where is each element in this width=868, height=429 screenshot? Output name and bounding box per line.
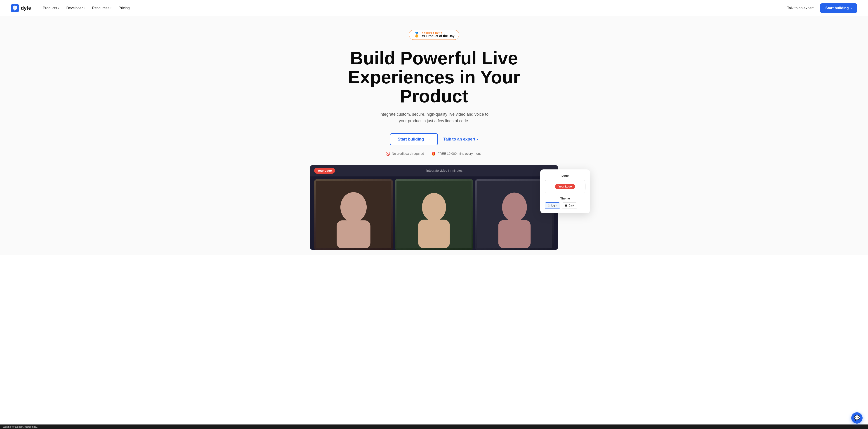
nav-links: Products ▾ Developer ▾ Resources ▾ Prici…: [40, 4, 132, 12]
product-hunt-value: #1 Product of the Day: [422, 34, 455, 38]
product-hunt-badge: 🏅 PRODUCT HUNT #1 Product of the Day: [409, 30, 459, 40]
chevron-right-icon: ›: [477, 137, 478, 142]
customizer-logo-title: Logo: [545, 174, 585, 177]
svg-point-8: [502, 193, 527, 222]
navbar: dyte Products ▾ Developer ▾ Resources ▾ …: [0, 0, 868, 16]
chat-bubble-button[interactable]: 💬: [851, 412, 863, 424]
demo-video-card: Your Logo Integrate video in minutes: [310, 165, 558, 250]
theme-option-light[interactable]: Light: [545, 202, 560, 209]
arrow-right-icon: →: [426, 137, 430, 142]
svg-point-2: [340, 192, 367, 222]
demo-top-bar: Your Logo Integrate video in minutes: [310, 165, 558, 176]
medal-icon: 🏅: [414, 32, 420, 38]
svg-rect-9: [498, 220, 531, 248]
logo[interactable]: dyte: [11, 4, 31, 12]
start-building-button[interactable]: Start building ›: [820, 3, 857, 13]
logo-text: dyte: [21, 5, 31, 11]
dark-dot: [565, 204, 567, 207]
logo-preview: Your Logo: [545, 180, 585, 193]
svg-rect-6: [418, 220, 450, 249]
talk-to-expert-link[interactable]: Talk to an expert: [784, 4, 816, 12]
hero-talk-to-expert-link[interactable]: Talk to an expert ›: [443, 137, 478, 142]
chevron-down-icon: ▾: [58, 7, 59, 9]
theme-option-dark[interactable]: Dark: [562, 202, 577, 209]
demo-section: Your Logo Integrate video in minutes: [310, 165, 558, 250]
chat-icon: 💬: [854, 415, 860, 421]
video-tile-2: [395, 179, 473, 250]
gift-icon: 🎁: [431, 152, 436, 156]
nav-item-pricing[interactable]: Pricing: [116, 4, 132, 12]
svg-point-5: [422, 193, 446, 221]
light-dot: [548, 204, 550, 207]
hero-actions: Start building → Talk to an expert ›: [390, 133, 478, 145]
video-grid: [310, 176, 558, 250]
hero-section: 🏅 PRODUCT HUNT #1 Product of the Day Bui…: [0, 16, 868, 255]
nav-item-developer[interactable]: Developer ▾: [64, 4, 88, 12]
video-tile-1: [314, 179, 393, 250]
nav-item-products[interactable]: Products ▾: [40, 4, 62, 12]
perk-no-credit-card: 🚫 No credit card required: [385, 152, 424, 156]
arrow-right-icon: ›: [850, 6, 852, 10]
status-text: Waiting for api-iam.intercom.io...: [3, 425, 38, 428]
hero-subtitle: Integrate custom, secure, high-quality l…: [375, 111, 493, 124]
chevron-down-icon: ▾: [110, 7, 112, 9]
demo-center-text: Integrate video in minutes: [426, 169, 463, 172]
logo-preview-pill: Your Logo: [555, 184, 575, 189]
nav-left: dyte Products ▾ Developer ▾ Resources ▾ …: [11, 4, 132, 12]
svg-rect-3: [337, 220, 370, 248]
status-bar: Waiting for api-iam.intercom.io...: [0, 425, 868, 429]
chevron-down-icon: ▾: [84, 7, 85, 9]
hero-start-building-button[interactable]: Start building →: [390, 133, 438, 145]
nav-item-resources[interactable]: Resources ▾: [89, 4, 114, 12]
credit-card-icon: 🚫: [385, 152, 390, 156]
customizer-theme-title: Theme: [545, 197, 585, 200]
demo-logo-pill: Your Logo: [314, 168, 335, 174]
nav-right: Talk to an expert Start building ›: [784, 3, 857, 13]
product-hunt-label: PRODUCT HUNT: [422, 32, 455, 34]
hero-perks: 🚫 No credit card required 🎁 FREE 10,000 …: [385, 152, 483, 156]
theme-options: Light Dark: [545, 202, 585, 209]
perk-free-mins: 🎁 FREE 10,000 mins every month: [431, 152, 483, 156]
hero-title: Build Powerful Live Experiences in Your …: [332, 49, 536, 106]
customizer-panel: Logo Your Logo Theme Light Dark: [540, 169, 590, 213]
